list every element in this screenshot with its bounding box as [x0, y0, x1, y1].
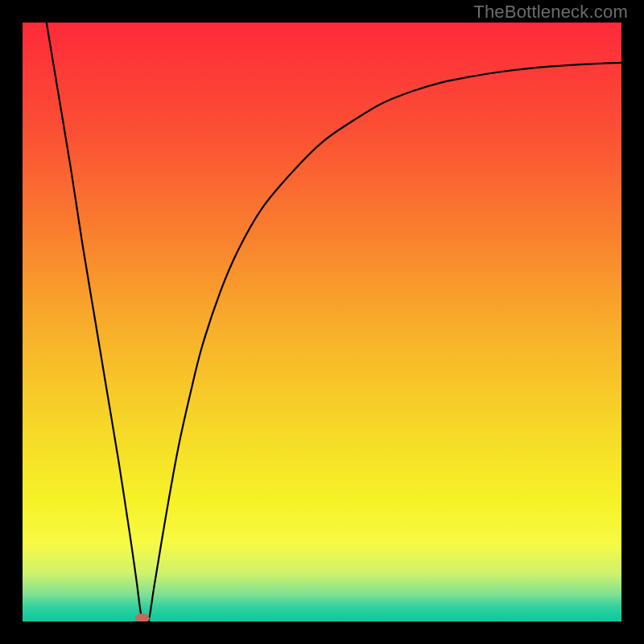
gradient-background	[23, 23, 621, 621]
watermark-text: TheBottleneck.com	[473, 2, 628, 23]
chart-frame: TheBottleneck.com	[0, 0, 644, 644]
bottleneck-chart	[23, 23, 621, 621]
